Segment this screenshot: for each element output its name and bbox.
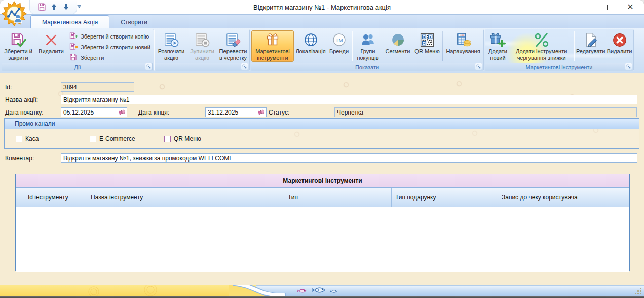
date-picker-butterfly-icon[interactable]: [256, 108, 266, 117]
to-draft-icon: [224, 31, 242, 48]
button-label: Зберегти й створити копію: [81, 33, 149, 40]
stop-campaign-button-disabled: Зупинити акцію: [187, 30, 217, 62]
campaign-name-input[interactable]: [61, 95, 637, 104]
group-separator: [574, 31, 574, 61]
save-and-close-icon: [10, 31, 27, 48]
start-campaign-button[interactable]: Розпочати акцію: [156, 30, 187, 62]
delete-campaign-button[interactable]: Видалити: [34, 30, 68, 62]
checkbox-label: Каса: [25, 135, 39, 142]
column-header-tool-id[interactable]: Id інструменту: [24, 188, 87, 207]
save-and-copy-button[interactable]: Зберегти й створити копію: [68, 31, 152, 42]
group-separator: [442, 31, 443, 61]
button-label: Бренди: [329, 48, 349, 55]
dialog-launcher-icon[interactable]: [625, 63, 632, 70]
comment-input[interactable]: [61, 153, 637, 163]
button-label: Зупинити акцію: [187, 48, 217, 61]
column-header-tool-name[interactable]: Назва інструменту: [87, 188, 284, 207]
promo-channels-header: Промо канали: [5, 119, 639, 129]
save-and-close-button[interactable]: Зберегти й закрити: [2, 30, 34, 62]
gift-plus-icon: [489, 31, 506, 48]
dialog-launcher-icon[interactable]: [475, 63, 482, 70]
checkbox-box[interactable]: [16, 136, 22, 142]
save-copy-icon: [69, 32, 78, 41]
group-band-marketing-tools: Маркетингові інструменти: [485, 63, 633, 71]
dialog-launcher-icon[interactable]: [241, 63, 248, 70]
tab-create[interactable]: Створити: [109, 16, 159, 28]
window-title: Відкриття магазину №1 - Маркетингова акц…: [0, 0, 644, 14]
promo-channels-title: Промо канали: [15, 120, 55, 127]
group-label: Показати: [355, 64, 379, 70]
group-label: Дії: [74, 64, 81, 70]
button-label: Сегменти: [385, 48, 410, 55]
sand-decoration: [0, 285, 256, 296]
date-start-input[interactable]: [61, 108, 117, 117]
promo-channels-body: Каса E-Commerce QR Меню: [5, 129, 639, 150]
edit-pencil-icon: [582, 31, 599, 48]
small-blue-fish-icon: [329, 289, 337, 293]
date-end-input[interactable]: [206, 108, 256, 117]
button-label: Локалізація: [295, 48, 325, 55]
date-picker-butterfly-icon[interactable]: [117, 108, 127, 117]
calculator-coins-icon: 0,00: [454, 31, 472, 48]
save-button[interactable]: Зберегти: [68, 52, 152, 63]
ribbon-group-marketing-tools: Додати новий Додати інструменти чергуван…: [485, 29, 634, 71]
save-and-new-button[interactable]: Зберегти й створити новий: [68, 42, 152, 52]
column-header-gift-type[interactable]: Тип подарунку: [392, 188, 498, 207]
button-label: Зберегти й створити новий: [81, 44, 150, 50]
marketing-tools-toggle-button[interactable]: Маркетингові інструменти: [251, 30, 294, 62]
delete-circle-icon: [611, 31, 628, 48]
app-logo-icon[interactable]: [2, 1, 27, 26]
qr-code-icon: [419, 31, 436, 48]
button-label: Видалити: [39, 48, 64, 55]
tab-marketing-campaign[interactable]: Маркетингова Акція: [30, 15, 109, 29]
checkbox-box[interactable]: [90, 136, 96, 142]
qr-menu-button[interactable]: QR Меню: [413, 30, 441, 62]
svg-text:0,00: 0,00: [460, 34, 464, 36]
button-label: Видалити: [607, 48, 632, 55]
button-label: Розпочати акцію: [156, 48, 187, 61]
add-discount-rotation-button[interactable]: Додати інструменти чергування знижки: [510, 30, 573, 62]
campaign-name-label: Назва акції:: [5, 96, 38, 103]
move-to-draft-button[interactable]: Перевести в чернетку: [217, 30, 249, 62]
customer-groups-button[interactable]: Групи покупців: [353, 30, 383, 62]
close-button[interactable]: ✕: [624, 2, 637, 13]
status-field: Чернетка: [334, 107, 637, 117]
button-label: Перевести в чернетку: [217, 48, 249, 61]
svg-text:TM: TM: [335, 37, 343, 43]
dialog-launcher-icon[interactable]: [145, 63, 153, 70]
id-field: 3894: [61, 82, 134, 92]
minimize-button[interactable]: [571, 2, 584, 13]
delete-x-icon: [43, 31, 60, 48]
column-header-type[interactable]: Тип: [284, 188, 392, 207]
accrual-button[interactable]: 0,00 Нарахування: [444, 30, 482, 62]
localization-button[interactable]: Локалізація: [294, 30, 327, 62]
ribbon-group-actions: Зберегти й закрити Видалити: [2, 29, 154, 71]
checkbox-qr-menu[interactable]: QR Меню: [164, 135, 201, 142]
id-label: Id:: [5, 84, 12, 91]
column-header-receipt-note[interactable]: Запис до чеку користувача: [498, 188, 629, 207]
checkbox-box[interactable]: [164, 136, 171, 142]
add-new-tool-button[interactable]: Додати новий: [485, 30, 510, 62]
button-label: QR Меню: [414, 48, 439, 55]
group-label: Маркетингові інструменти: [525, 64, 592, 70]
checkbox-kasa[interactable]: Каса: [16, 135, 39, 142]
trademark-icon: TM: [330, 31, 348, 48]
edit-tool-button[interactable]: Редагувати: [575, 30, 606, 62]
comment-label: Коментар:: [5, 155, 34, 162]
delete-tool-button[interactable]: Видалити: [606, 30, 633, 62]
save-new-icon: [69, 43, 78, 51]
app-window: Відкриття магазину №1 - Маркетингова акц…: [0, 0, 644, 298]
resize-grip[interactable]: [635, 288, 641, 294]
checkbox-label: E-Commerce: [99, 135, 135, 142]
status-strip: [0, 285, 644, 296]
brands-button[interactable]: TM Бренди: [327, 30, 351, 62]
table-body-empty[interactable]: [16, 207, 629, 272]
date-start-field: [61, 107, 127, 117]
row-indicator-column-header[interactable]: [16, 188, 24, 207]
maximize-button[interactable]: [597, 2, 611, 13]
button-label: Додати інструменти чергування знижки: [510, 48, 573, 61]
checkbox-ecommerce[interactable]: E-Commerce: [90, 135, 135, 142]
segments-button[interactable]: Сегменти: [383, 30, 413, 62]
button-label: Зберегти: [81, 55, 104, 61]
pie-chart-icon: [389, 31, 406, 48]
